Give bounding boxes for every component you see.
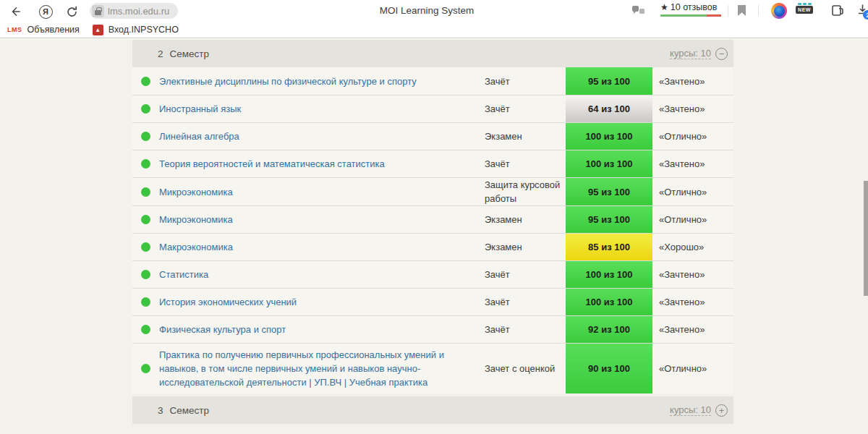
course-row: Макроэкономика Экзамен 85 из 100 «Хорошо… <box>132 233 733 260</box>
course-link[interactable]: Физическая культура и спорт <box>159 324 286 335</box>
score-text: 85 из 100 <box>588 242 630 252</box>
reviews-rating[interactable]: ★★ 10 отзывов10 отзывов <box>660 2 721 17</box>
course-link[interactable]: Макроэкономика <box>159 242 233 252</box>
semester-title: Семестр <box>170 405 671 416</box>
course-link[interactable]: Элективные дисциплины по физической куль… <box>159 76 417 87</box>
status-dot-icon <box>141 215 150 224</box>
grade-text: «Зачтено» <box>652 76 733 87</box>
collapse-section-icon[interactable]: − <box>715 48 728 60</box>
assessment-type: Экзамен <box>485 240 566 254</box>
courses-count-link[interactable]: курсы: 10 <box>670 48 711 59</box>
course-link[interactable]: Практика по получению первичных професси… <box>159 349 444 388</box>
lms-page: 2 Семестр курсы: 10 − Элективные дисципл… <box>0 39 868 434</box>
inpsycho-favicon-icon: ▲ <box>93 25 103 35</box>
grade-text: «Зачтено» <box>652 158 733 169</box>
status-dot-icon <box>141 270 150 279</box>
course-name-cell: Статистика <box>159 263 485 286</box>
status-dot-icon <box>141 325 150 334</box>
new-icon-dashes <box>796 3 813 5</box>
course-link[interactable]: История экономических учений <box>159 297 297 307</box>
reviews-label: ★★ 10 отзывов10 отзывов <box>660 2 721 12</box>
bookmark-announcements[interactable]: LMS Объявления <box>7 25 80 35</box>
score-text: 100 из 100 <box>585 158 632 169</box>
grade-text: «Зачтено» <box>652 297 733 307</box>
course-name-cell: Практика по получению первичных професси… <box>159 344 485 393</box>
star-icon: ★ <box>660 2 668 12</box>
assessment-type: Экзамен <box>485 213 566 226</box>
course-name-cell: История экономических учений <box>159 291 485 313</box>
status-cell <box>132 132 159 141</box>
grade-text: «Отлично» <box>652 363 733 374</box>
status-dot-icon <box>141 77 150 86</box>
course-name-cell: Линейная алгебра <box>159 125 485 148</box>
course-row: Физическая культура и спорт Зачёт 92 из … <box>132 315 733 343</box>
course-link[interactable]: Иностранный язык <box>159 103 241 114</box>
grade-text: «Зачтено» <box>652 269 733 280</box>
score-text: 92 из 100 <box>588 324 630 335</box>
course-name-cell: Физическая культура и спорт <box>159 318 485 341</box>
assessment-type: Защита курсовой работы <box>485 178 566 205</box>
downloads-button[interactable]: 2 <box>856 4 868 19</box>
bookmark-label: Вход.INPSYCHO <box>109 25 179 35</box>
course-name-cell: Теория вероятностей и математическая ста… <box>159 153 485 175</box>
site-reviews-icon[interactable] <box>631 4 646 20</box>
course-row: Практика по получению первичных професси… <box>132 343 733 393</box>
page-title: MOI Learning System <box>0 5 854 16</box>
status-dot-icon <box>141 364 150 373</box>
score-badge: 95 из 100 <box>566 206 652 233</box>
score-badge: 95 из 100 <box>566 67 652 95</box>
assessment-type: Зачёт <box>485 157 566 171</box>
course-name-cell: Элективные дисциплины по физической куль… <box>159 70 485 93</box>
assessment-type: Зачёт <box>485 268 566 281</box>
grade-text: «Зачтено» <box>652 324 733 335</box>
status-cell <box>132 242 159 252</box>
score-text: 95 из 100 <box>588 187 630 197</box>
collections-icon[interactable] <box>829 4 845 21</box>
assessment-type: Зачёт <box>485 75 566 88</box>
status-dot-icon <box>141 242 150 252</box>
score-badge: 92 из 100 <box>566 316 652 343</box>
semester-number: 3 <box>158 405 163 416</box>
download-count-badge: 2 <box>863 10 868 20</box>
bookmark-label: Объявления <box>27 25 80 35</box>
score-badge: 100 из 100 <box>566 261 652 288</box>
score-text: 100 из 100 <box>585 297 632 307</box>
score-badge: 100 из 100 <box>566 123 652 150</box>
expand-section-icon[interactable]: + <box>715 404 728 417</box>
course-row: Статистика Зачёт 100 из 100 «Зачтено» <box>132 260 733 288</box>
assessment-type: Зачёт <box>485 323 566 336</box>
grade-text: «Отлично» <box>652 214 733 225</box>
status-cell <box>132 270 159 279</box>
extension-new-icon[interactable]: NEW <box>796 3 813 14</box>
course-link[interactable]: Линейная алгебра <box>159 131 239 142</box>
score-text: 95 из 100 <box>588 76 630 87</box>
extension-globe-icon <box>774 6 785 17</box>
status-dot-icon <box>141 104 150 114</box>
course-row: Микроэкономика Экзамен 95 из 100 «Отличн… <box>132 205 733 233</box>
score-badge: 85 из 100 <box>566 234 652 260</box>
semester-sections: 2 Семестр курсы: 10 − Элективные дисципл… <box>132 40 733 424</box>
course-row: Иностранный язык Зачёт 64 из 100 «Зачтен… <box>132 95 733 122</box>
course-link[interactable]: Теория вероятностей и математическая ста… <box>159 158 385 169</box>
rating-bar <box>660 14 721 17</box>
course-name-cell: Микроэкономика <box>159 208 485 231</box>
grade-text: «Отлично» <box>652 131 733 142</box>
bookmarks-bar: LMS Объявления ▲ Вход.INPSYCHO <box>0 22 868 38</box>
status-cell <box>132 297 159 307</box>
bookmark-inpsycho-login[interactable]: ▲ Вход.INPSYCHO <box>93 25 179 35</box>
course-link[interactable]: Микроэкономика <box>159 187 233 197</box>
grade-text: «Отлично» <box>652 187 733 197</box>
course-link[interactable]: Микроэкономика <box>159 214 233 225</box>
status-dot-icon <box>141 297 150 307</box>
status-cell <box>132 159 159 169</box>
status-cell <box>132 104 159 114</box>
toolbar-separator <box>758 5 759 17</box>
extension-browser-icon[interactable] <box>771 3 787 19</box>
lms-favicon-icon: LMS <box>7 26 22 33</box>
score-badge: 100 из 100 <box>566 289 652 315</box>
semester-title: Семестр <box>170 48 671 59</box>
scrollbar-thumb[interactable] <box>864 181 868 296</box>
courses-count-link[interactable]: курсы: 10 <box>670 404 711 416</box>
course-link[interactable]: Статистика <box>159 269 208 280</box>
score-badge: 100 из 100 <box>566 150 652 177</box>
